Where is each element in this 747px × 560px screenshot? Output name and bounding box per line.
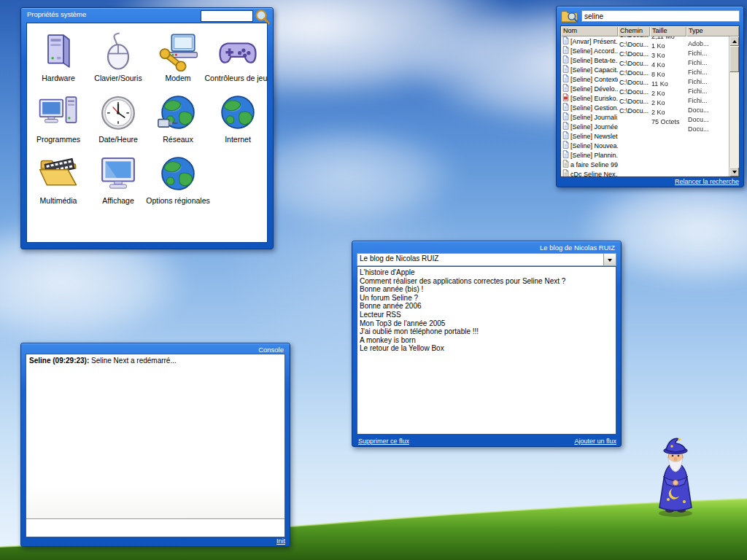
remove-feed-link[interactable]: Supprimer ce flux (358, 438, 409, 445)
gamepad-icon (217, 31, 258, 71)
blog-post-link[interactable]: A monkey is born (360, 336, 614, 345)
control-panel-item[interactable]: Internet (208, 92, 268, 144)
scroll-up-button[interactable] (729, 36, 739, 46)
file-name: [Seline] Contexte (570, 76, 618, 83)
file-icon (562, 141, 569, 150)
doc-icon (562, 169, 569, 176)
blog-post-list: L'histoire d'AppleComment réaliser des a… (357, 266, 616, 435)
control-panel-label: Modem (165, 74, 190, 82)
scrollbar-thumb[interactable] (729, 46, 739, 72)
control-panel-item[interactable]: Multimédia (28, 153, 88, 205)
wizard-assistant-character[interactable] (646, 438, 705, 518)
blog-post-link[interactable]: Bonne année 2006 (360, 302, 614, 311)
file-name: [Anvar] Présent... (570, 38, 618, 45)
triangle-up-icon (732, 38, 737, 43)
file-icon (562, 46, 569, 55)
file-name: [Seline] Journée... (570, 123, 618, 131)
file-icon (562, 150, 569, 160)
blog-post-link[interactable]: Un forum Seline ? (360, 294, 614, 303)
modem-icon (158, 31, 198, 71)
console-init-link[interactable]: Init (276, 537, 285, 545)
file-name: [Seline] Beta-te... (570, 57, 618, 64)
file-icon (562, 103, 569, 112)
file-name: [Seline] Capacit... (570, 66, 618, 74)
vertical-scrollbar[interactable] (729, 36, 739, 176)
clock-icon (98, 92, 139, 133)
add-feed-link[interactable]: Ajouter un flux (574, 438, 616, 445)
control-panel-label: Affichage (102, 196, 134, 205)
control-panel-item[interactable]: Clavier/Souris (88, 31, 148, 82)
column-header[interactable]: Type (686, 26, 739, 36)
file-path: C:\Docu... (618, 107, 650, 177)
console-message-text: Seline Next a redémarré... (91, 357, 177, 365)
control-panel-label: Internet (225, 135, 251, 144)
control-panel-grid: HardwareClavier/SourisModemContrôleurs d… (26, 23, 268, 243)
control-panel-item[interactable]: Date/Heure (88, 92, 148, 144)
file-name: [Seline] Newslet... (570, 133, 618, 140)
search-results-table: NomCheminTailleType [Anvar] Présent...C:… (560, 26, 740, 177)
file-name: [Seline] Eurisko... (570, 95, 618, 102)
file-icon (562, 55, 569, 65)
globe-icon (217, 92, 258, 133)
file-search-input[interactable] (581, 10, 740, 22)
window-title[interactable]: Le blog de Nicolas RUIZ (540, 244, 615, 252)
column-header[interactable]: Chemin (618, 26, 650, 36)
feed-selector-dropdown[interactable]: Le blog de Nicolas RUIZ (357, 253, 616, 266)
blog-post-link[interactable]: J'ai oublié mon téléphone portable !!! (360, 327, 614, 336)
control-panel-item[interactable]: Programmes (28, 92, 88, 144)
control-panel-label: Réseaux (163, 135, 193, 144)
table-rows: [Anvar] Présent...C:\Docu...4 KoFichi...… (561, 36, 729, 176)
file-name: [Seline] Accord... (570, 47, 618, 55)
mouse-icon (98, 31, 139, 71)
control-panel-item[interactable]: Options régionales (148, 153, 208, 205)
file-type: Docu... (686, 125, 729, 177)
computer-monitor-icon (38, 92, 79, 133)
file-size: 75 Octets (650, 118, 686, 177)
file-search-window: NomCheminTailleType [Anvar] Présent...C:… (556, 6, 744, 187)
file-name: cDc Seline Nex... (570, 171, 618, 177)
computer-tower-icon (38, 31, 79, 71)
console-input[interactable] (26, 519, 285, 537)
blog-post-link[interactable]: Bonne année (bis) ! (360, 285, 614, 294)
file-icon (562, 74, 569, 84)
control-panel-item[interactable]: Affichage (88, 153, 148, 205)
control-panel-item[interactable]: Hardware (28, 31, 88, 82)
control-panel-item[interactable]: Modem (148, 31, 208, 82)
scroll-down-button[interactable] (729, 167, 739, 176)
window-title[interactable]: Propriétés système (27, 10, 86, 18)
file-name: [Seline] Nouvea... (570, 142, 618, 149)
chevron-down-icon[interactable] (603, 254, 616, 265)
file-name: [Seline] Journali... (570, 114, 618, 121)
file-icon (562, 131, 569, 141)
display-icon (98, 153, 139, 194)
relaunch-search-link[interactable]: Relancer la recherche (675, 178, 739, 185)
console-window: Console Seline (09:29:23): Seline Next a… (20, 343, 290, 547)
system-properties-search-box (201, 10, 253, 22)
column-header[interactable]: Nom (561, 26, 618, 36)
pdf-icon (562, 93, 569, 103)
control-panel-label: Multimédia (40, 196, 77, 205)
file-name: [Seline] Plannin... (570, 152, 618, 159)
file-name: [Seline] Dévelo... (570, 85, 618, 93)
triangle-down-icon (732, 171, 737, 176)
globe-regional-icon (158, 153, 198, 194)
blog-post-link[interactable]: Mon Top3 de l'année 2005 (360, 319, 614, 328)
control-panel-label: Programmes (36, 135, 80, 144)
blog-post-link[interactable]: Le retour de la Yellow Box (360, 344, 614, 353)
window-title[interactable]: Console (258, 346, 284, 354)
table-header-row: NomCheminTailleType (561, 26, 739, 36)
blog-post-link[interactable]: Lecteur RSS (360, 311, 614, 319)
rss-blog-window: Le blog de Nicolas RUIZ Le blog de Nicol… (352, 241, 622, 447)
doc-icon (562, 160, 569, 169)
file-icon (562, 36, 569, 46)
control-panel-item[interactable]: Réseaux (148, 92, 208, 144)
blog-post-link[interactable]: L'histoire d'Apple (360, 268, 614, 277)
control-panel-item[interactable]: Contrôleurs de jeux (208, 31, 268, 82)
folder-search-icon[interactable] (560, 9, 579, 23)
column-header[interactable]: Taille (650, 26, 686, 36)
console-body: Seline (09:29:23): Seline Next a redémar… (26, 354, 285, 537)
console-message-author: Seline (09:29:23): (29, 357, 89, 365)
blog-post-link[interactable]: Comment réaliser des applications correc… (360, 277, 614, 286)
folder-film-icon (38, 153, 79, 194)
control-panel-label: Date/Heure (98, 135, 138, 144)
